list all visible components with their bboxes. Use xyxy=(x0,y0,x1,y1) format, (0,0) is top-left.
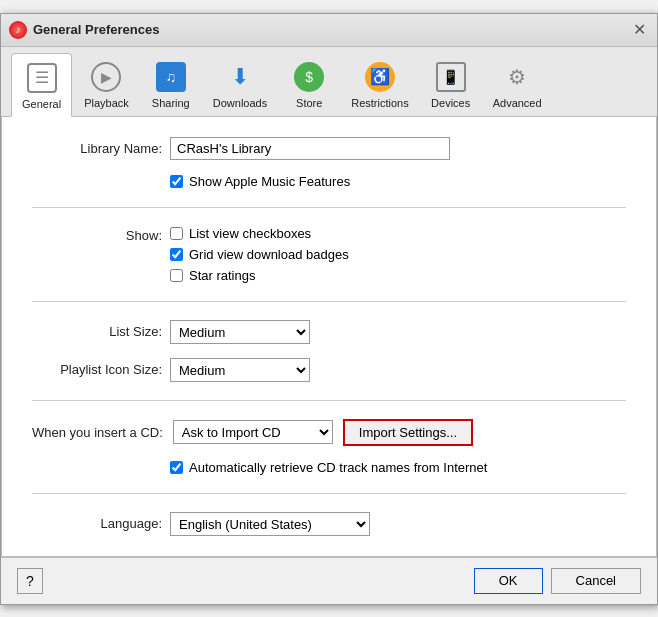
app-icon: ♪ xyxy=(9,21,27,39)
tab-general-label: General xyxy=(22,98,61,110)
playlist-icon-size-row: Playlist Icon Size: Small Medium Large xyxy=(32,358,626,382)
tab-sharing-label: Sharing xyxy=(152,97,190,109)
apple-music-checkbox[interactable] xyxy=(170,175,183,188)
insert-cd-label: When you insert a CD: xyxy=(32,425,163,440)
help-button[interactable]: ? xyxy=(17,568,43,594)
divider-2 xyxy=(32,301,626,302)
tab-general[interactable]: ☰ General xyxy=(11,53,72,117)
apple-music-label: Show Apple Music Features xyxy=(189,174,350,189)
library-name-label: Library Name: xyxy=(32,141,162,156)
footer: ? OK Cancel xyxy=(1,557,657,604)
divider-1 xyxy=(32,207,626,208)
devices-icon: 📱 xyxy=(433,59,469,95)
show-checkboxes: List view checkboxes Grid view download … xyxy=(170,226,349,283)
show-star-ratings-row: Star ratings xyxy=(170,268,349,283)
tab-devices[interactable]: 📱 Devices xyxy=(421,53,481,116)
tab-devices-label: Devices xyxy=(431,97,470,109)
show-grid-view-row: Grid view download badges xyxy=(170,247,349,262)
store-icon: $ xyxy=(291,59,327,95)
list-view-checkbox[interactable] xyxy=(170,227,183,240)
footer-buttons: OK Cancel xyxy=(474,568,641,594)
tab-restrictions[interactable]: ♿ Restrictions xyxy=(341,53,418,116)
auto-retrieve-checkbox[interactable] xyxy=(170,461,183,474)
tab-advanced-label: Advanced xyxy=(493,97,542,109)
list-size-select[interactable]: Small Medium Large xyxy=(170,320,310,344)
tab-store-label: Store xyxy=(296,97,322,109)
ok-button[interactable]: OK xyxy=(474,568,543,594)
insert-cd-row: When you insert a CD: Ask to Import CD I… xyxy=(32,419,626,446)
tab-downloads[interactable]: ⬇ Downloads xyxy=(203,53,277,116)
language-row: Language: English (United States) Englis… xyxy=(32,512,626,536)
tab-store[interactable]: $ Store xyxy=(279,53,339,116)
title-bar-left: ♪ General Preferences xyxy=(9,21,159,39)
general-form: Library Name: Show Apple Music Features … xyxy=(32,137,626,536)
grid-view-label: Grid view download badges xyxy=(189,247,349,262)
title-bar: ♪ General Preferences ✕ xyxy=(1,14,657,47)
tab-playback-label: Playback xyxy=(84,97,129,109)
general-icon: ☰ xyxy=(24,60,60,96)
tab-playback[interactable]: ▶ Playback xyxy=(74,53,139,116)
close-button[interactable]: ✕ xyxy=(629,20,649,40)
star-ratings-checkbox[interactable] xyxy=(170,269,183,282)
tab-downloads-label: Downloads xyxy=(213,97,267,109)
language-select[interactable]: English (United States) English (UK) Esp… xyxy=(170,512,370,536)
restrictions-icon: ♿ xyxy=(362,59,398,95)
sharing-icon: ♫ xyxy=(153,59,189,95)
tab-advanced[interactable]: ⚙ Advanced xyxy=(483,53,552,116)
playback-icon: ▶ xyxy=(88,59,124,95)
grid-view-checkbox[interactable] xyxy=(170,248,183,261)
playlist-icon-size-select[interactable]: Small Medium Large xyxy=(170,358,310,382)
show-section: Show: List view checkboxes Grid view dow… xyxy=(32,226,626,283)
list-view-label: List view checkboxes xyxy=(189,226,311,241)
playlist-icon-size-label: Playlist Icon Size: xyxy=(32,362,162,377)
auto-retrieve-row: Automatically retrieve CD track names fr… xyxy=(170,460,626,475)
tab-sharing[interactable]: ♫ Sharing xyxy=(141,53,201,116)
advanced-icon: ⚙ xyxy=(499,59,535,95)
auto-retrieve-label: Automatically retrieve CD track names fr… xyxy=(189,460,487,475)
divider-4 xyxy=(32,493,626,494)
import-settings-button[interactable]: Import Settings... xyxy=(343,419,473,446)
cd-action-select[interactable]: Ask to Import CD Import CD Import CD and… xyxy=(173,420,333,444)
language-label: Language: xyxy=(32,516,162,531)
star-ratings-label: Star ratings xyxy=(189,268,255,283)
content-area: Library Name: Show Apple Music Features … xyxy=(1,117,657,557)
tab-restrictions-label: Restrictions xyxy=(351,97,408,109)
downloads-icon: ⬇ xyxy=(222,59,258,95)
list-size-row: List Size: Small Medium Large xyxy=(32,320,626,344)
cancel-button[interactable]: Cancel xyxy=(551,568,641,594)
show-label: Show: xyxy=(32,226,162,283)
window-title: General Preferences xyxy=(33,22,159,37)
divider-3 xyxy=(32,400,626,401)
library-name-row: Library Name: xyxy=(32,137,626,160)
show-list-view-row: List view checkboxes xyxy=(170,226,349,241)
toolbar: ☰ General ▶ Playback ♫ Sharing ⬇ Downloa… xyxy=(1,47,657,117)
list-size-label: List Size: xyxy=(32,324,162,339)
preferences-window: ♪ General Preferences ✕ ☰ General ▶ Play… xyxy=(0,13,658,605)
library-name-input[interactable] xyxy=(170,137,450,160)
apple-music-row: Show Apple Music Features xyxy=(170,174,626,189)
